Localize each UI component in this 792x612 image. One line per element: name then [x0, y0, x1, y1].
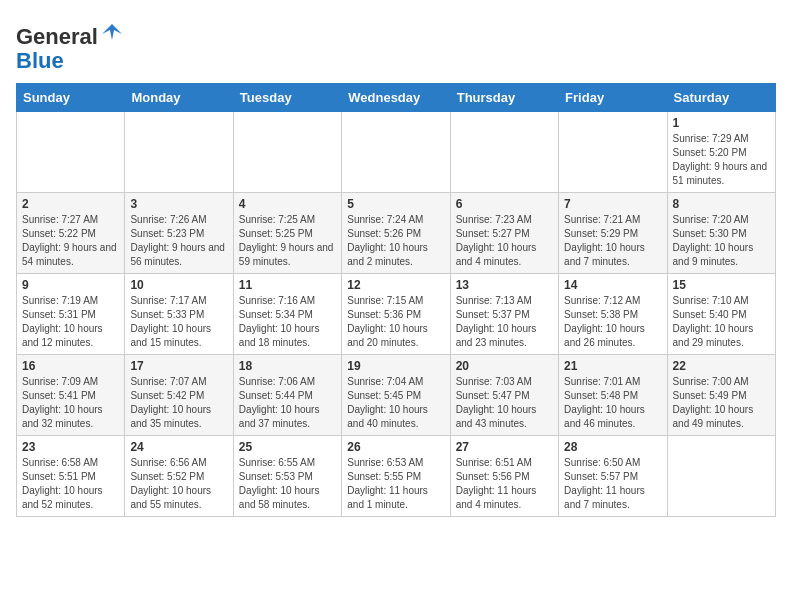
- day-info: Sunrise: 6:58 AM Sunset: 5:51 PM Dayligh…: [22, 456, 119, 512]
- calendar-cell: 24Sunrise: 6:56 AM Sunset: 5:52 PM Dayli…: [125, 436, 233, 517]
- calendar-cell: 17Sunrise: 7:07 AM Sunset: 5:42 PM Dayli…: [125, 355, 233, 436]
- calendar-cell: 25Sunrise: 6:55 AM Sunset: 5:53 PM Dayli…: [233, 436, 341, 517]
- day-info: Sunrise: 7:00 AM Sunset: 5:49 PM Dayligh…: [673, 375, 770, 431]
- day-number: 18: [239, 359, 336, 373]
- day-info: Sunrise: 7:10 AM Sunset: 5:40 PM Dayligh…: [673, 294, 770, 350]
- day-number: 25: [239, 440, 336, 454]
- calendar-cell: 26Sunrise: 6:53 AM Sunset: 5:55 PM Dayli…: [342, 436, 450, 517]
- day-info: Sunrise: 7:01 AM Sunset: 5:48 PM Dayligh…: [564, 375, 661, 431]
- calendar-cell: 16Sunrise: 7:09 AM Sunset: 5:41 PM Dayli…: [17, 355, 125, 436]
- day-number: 1: [673, 116, 770, 130]
- calendar-cell: 11Sunrise: 7:16 AM Sunset: 5:34 PM Dayli…: [233, 274, 341, 355]
- calendar-cell: 21Sunrise: 7:01 AM Sunset: 5:48 PM Dayli…: [559, 355, 667, 436]
- column-header-sunday: Sunday: [17, 84, 125, 112]
- day-number: 24: [130, 440, 227, 454]
- calendar-cell: 3Sunrise: 7:26 AM Sunset: 5:23 PM Daylig…: [125, 193, 233, 274]
- calendar-cell: 15Sunrise: 7:10 AM Sunset: 5:40 PM Dayli…: [667, 274, 775, 355]
- calendar-cell: [233, 112, 341, 193]
- day-number: 22: [673, 359, 770, 373]
- day-number: 27: [456, 440, 553, 454]
- day-info: Sunrise: 7:23 AM Sunset: 5:27 PM Dayligh…: [456, 213, 553, 269]
- day-number: 26: [347, 440, 444, 454]
- day-info: Sunrise: 7:26 AM Sunset: 5:23 PM Dayligh…: [130, 213, 227, 269]
- calendar-cell: [125, 112, 233, 193]
- day-number: 6: [456, 197, 553, 211]
- column-header-wednesday: Wednesday: [342, 84, 450, 112]
- column-header-friday: Friday: [559, 84, 667, 112]
- calendar-cell: [17, 112, 125, 193]
- column-header-monday: Monday: [125, 84, 233, 112]
- calendar-header-row: SundayMondayTuesdayWednesdayThursdayFrid…: [17, 84, 776, 112]
- day-number: 14: [564, 278, 661, 292]
- day-info: Sunrise: 6:50 AM Sunset: 5:57 PM Dayligh…: [564, 456, 661, 512]
- day-number: 15: [673, 278, 770, 292]
- calendar-cell: 23Sunrise: 6:58 AM Sunset: 5:51 PM Dayli…: [17, 436, 125, 517]
- day-info: Sunrise: 7:29 AM Sunset: 5:20 PM Dayligh…: [673, 132, 770, 188]
- day-number: 19: [347, 359, 444, 373]
- day-number: 5: [347, 197, 444, 211]
- day-info: Sunrise: 7:21 AM Sunset: 5:29 PM Dayligh…: [564, 213, 661, 269]
- logo: General Blue: [16, 20, 124, 73]
- day-number: 4: [239, 197, 336, 211]
- calendar-cell: 7Sunrise: 7:21 AM Sunset: 5:29 PM Daylig…: [559, 193, 667, 274]
- calendar-cell: [559, 112, 667, 193]
- calendar-cell: 20Sunrise: 7:03 AM Sunset: 5:47 PM Dayli…: [450, 355, 558, 436]
- calendar-cell: 13Sunrise: 7:13 AM Sunset: 5:37 PM Dayli…: [450, 274, 558, 355]
- day-info: Sunrise: 7:09 AM Sunset: 5:41 PM Dayligh…: [22, 375, 119, 431]
- day-number: 12: [347, 278, 444, 292]
- day-info: Sunrise: 7:12 AM Sunset: 5:38 PM Dayligh…: [564, 294, 661, 350]
- day-number: 28: [564, 440, 661, 454]
- day-info: Sunrise: 7:27 AM Sunset: 5:22 PM Dayligh…: [22, 213, 119, 269]
- day-info: Sunrise: 6:51 AM Sunset: 5:56 PM Dayligh…: [456, 456, 553, 512]
- day-number: 23: [22, 440, 119, 454]
- calendar-cell: 10Sunrise: 7:17 AM Sunset: 5:33 PM Dayli…: [125, 274, 233, 355]
- day-number: 16: [22, 359, 119, 373]
- calendar-cell: 14Sunrise: 7:12 AM Sunset: 5:38 PM Dayli…: [559, 274, 667, 355]
- day-number: 21: [564, 359, 661, 373]
- calendar-week-row: 2Sunrise: 7:27 AM Sunset: 5:22 PM Daylig…: [17, 193, 776, 274]
- logo-general-text: General: [16, 24, 98, 49]
- column-header-saturday: Saturday: [667, 84, 775, 112]
- calendar-cell: [342, 112, 450, 193]
- day-info: Sunrise: 7:06 AM Sunset: 5:44 PM Dayligh…: [239, 375, 336, 431]
- calendar-cell: 22Sunrise: 7:00 AM Sunset: 5:49 PM Dayli…: [667, 355, 775, 436]
- day-info: Sunrise: 7:13 AM Sunset: 5:37 PM Dayligh…: [456, 294, 553, 350]
- calendar-cell: 8Sunrise: 7:20 AM Sunset: 5:30 PM Daylig…: [667, 193, 775, 274]
- day-info: Sunrise: 7:19 AM Sunset: 5:31 PM Dayligh…: [22, 294, 119, 350]
- day-info: Sunrise: 6:56 AM Sunset: 5:52 PM Dayligh…: [130, 456, 227, 512]
- logo-bird-icon: [100, 20, 124, 44]
- day-number: 13: [456, 278, 553, 292]
- calendar-cell: 9Sunrise: 7:19 AM Sunset: 5:31 PM Daylig…: [17, 274, 125, 355]
- calendar-cell: 5Sunrise: 7:24 AM Sunset: 5:26 PM Daylig…: [342, 193, 450, 274]
- day-number: 2: [22, 197, 119, 211]
- calendar-week-row: 23Sunrise: 6:58 AM Sunset: 5:51 PM Dayli…: [17, 436, 776, 517]
- logo-blue-text: Blue: [16, 48, 64, 73]
- column-header-thursday: Thursday: [450, 84, 558, 112]
- svg-marker-0: [102, 24, 122, 40]
- day-number: 7: [564, 197, 661, 211]
- day-info: Sunrise: 7:04 AM Sunset: 5:45 PM Dayligh…: [347, 375, 444, 431]
- day-number: 11: [239, 278, 336, 292]
- calendar-cell: 6Sunrise: 7:23 AM Sunset: 5:27 PM Daylig…: [450, 193, 558, 274]
- calendar-cell: 18Sunrise: 7:06 AM Sunset: 5:44 PM Dayli…: [233, 355, 341, 436]
- calendar-cell: [667, 436, 775, 517]
- calendar-cell: 4Sunrise: 7:25 AM Sunset: 5:25 PM Daylig…: [233, 193, 341, 274]
- column-header-tuesday: Tuesday: [233, 84, 341, 112]
- calendar-week-row: 1Sunrise: 7:29 AM Sunset: 5:20 PM Daylig…: [17, 112, 776, 193]
- day-info: Sunrise: 7:07 AM Sunset: 5:42 PM Dayligh…: [130, 375, 227, 431]
- day-info: Sunrise: 7:24 AM Sunset: 5:26 PM Dayligh…: [347, 213, 444, 269]
- page-header: General Blue: [16, 16, 776, 73]
- day-info: Sunrise: 7:20 AM Sunset: 5:30 PM Dayligh…: [673, 213, 770, 269]
- calendar-cell: [450, 112, 558, 193]
- day-number: 17: [130, 359, 227, 373]
- calendar-table: SundayMondayTuesdayWednesdayThursdayFrid…: [16, 83, 776, 517]
- calendar-cell: 1Sunrise: 7:29 AM Sunset: 5:20 PM Daylig…: [667, 112, 775, 193]
- day-info: Sunrise: 7:17 AM Sunset: 5:33 PM Dayligh…: [130, 294, 227, 350]
- day-number: 3: [130, 197, 227, 211]
- calendar-week-row: 16Sunrise: 7:09 AM Sunset: 5:41 PM Dayli…: [17, 355, 776, 436]
- day-number: 10: [130, 278, 227, 292]
- calendar-cell: 12Sunrise: 7:15 AM Sunset: 5:36 PM Dayli…: [342, 274, 450, 355]
- calendar-cell: 2Sunrise: 7:27 AM Sunset: 5:22 PM Daylig…: [17, 193, 125, 274]
- day-info: Sunrise: 6:53 AM Sunset: 5:55 PM Dayligh…: [347, 456, 444, 512]
- calendar-cell: 19Sunrise: 7:04 AM Sunset: 5:45 PM Dayli…: [342, 355, 450, 436]
